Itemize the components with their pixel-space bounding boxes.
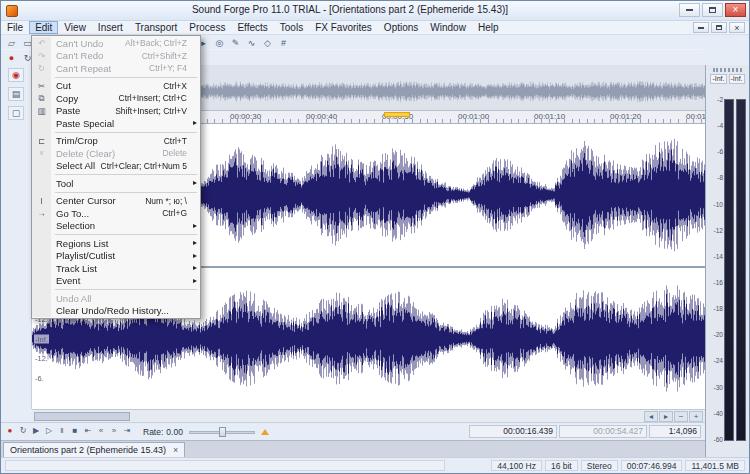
menu-item-playlist-cutlist[interactable]: Playlist/Cutlist▸: [32, 250, 200, 263]
menu-options[interactable]: Options: [378, 21, 424, 34]
tab-close-icon[interactable]: ×: [173, 446, 178, 455]
status-channel-mode[interactable]: Stereo: [581, 460, 618, 471]
menu-item-paste-special[interactable]: Paste Special▸: [32, 117, 200, 130]
close-button[interactable]: ×: [725, 3, 746, 17]
pause-button[interactable]: ‖: [56, 425, 68, 438]
peak-right-value[interactable]: -Inf.: [729, 74, 745, 84]
scroll-left-button[interactable]: ◂: [644, 411, 658, 422]
rewind-button[interactable]: «: [95, 425, 107, 438]
document-restore-button[interactable]: [711, 22, 727, 33]
pencil-tool-button[interactable]: ✎: [228, 36, 243, 49]
menu-item-delete-clear[interactable]: ×Delete (Clear)Delete: [32, 147, 200, 160]
meter-scale-label: -8: [708, 175, 723, 181]
menu-item-shortcut: Ctrl+T: [164, 136, 200, 146]
zoom-ratio-display[interactable]: 1:4,096: [649, 425, 701, 438]
menu-process[interactable]: Process: [183, 21, 231, 34]
forward-button[interactable]: »: [108, 425, 120, 438]
menu-item-label: Copy: [51, 93, 119, 104]
menu-view[interactable]: View: [58, 21, 92, 34]
menu-item-shortcut: Ctrl+Insert; Ctrl+C: [119, 93, 201, 103]
monitor-button[interactable]: ▤: [8, 87, 24, 101]
titlebar[interactable]: Sound Forge Pro 11.0 TRIAL - [Orientatio…: [1, 1, 749, 21]
menu-item-cut[interactable]: ✂CutCtrl+X: [32, 80, 200, 93]
meter-bar-left: [724, 99, 734, 441]
menu-item-icon-blank: [32, 292, 51, 305]
minimize-button[interactable]: [679, 3, 700, 17]
meter-scale-label: -14: [708, 254, 723, 260]
go-to-end-button[interactable]: ⇥: [121, 425, 133, 438]
magnify-tool-button[interactable]: ◎: [212, 36, 227, 49]
status-file-length[interactable]: 00:07:46.994: [621, 460, 683, 471]
delete-icon: ×: [32, 147, 51, 160]
meter-scale-label: -12: [708, 228, 723, 234]
menu-effects[interactable]: Effects: [231, 21, 273, 34]
menu-item-undo-all[interactable]: Undo All: [32, 292, 200, 305]
document-minimize-button[interactable]: [693, 22, 709, 33]
menu-item-go-to[interactable]: →Go To...Ctrl+G: [32, 207, 200, 220]
menu-item-select-all[interactable]: Select AllCtrl+Clear; Ctrl+Num 5: [32, 160, 200, 173]
record-button[interactable]: ●: [4, 51, 19, 64]
menu-item-selection[interactable]: Selection▸: [32, 220, 200, 233]
zoom-in-button[interactable]: +: [689, 411, 703, 422]
menu-window[interactable]: Window: [424, 21, 472, 34]
horizontal-scrollbar[interactable]: ◂▸−+: [32, 409, 705, 422]
menu-item-icon-blank: [32, 275, 51, 288]
menu-item-copy[interactable]: ⧉CopyCtrl+Insert; Ctrl+C: [32, 92, 200, 105]
zoom-out-button[interactable]: −: [674, 411, 688, 422]
status-bit-depth[interactable]: 16 bit: [545, 460, 578, 471]
menu-help[interactable]: Help: [472, 21, 505, 34]
menu-item-tool[interactable]: Tool▸: [32, 177, 200, 190]
menu-edit[interactable]: Edit: [29, 21, 58, 34]
menu-item-can-t-redo[interactable]: ↷Can't RedoCtrl+Shift+Z: [32, 50, 200, 63]
document-tab[interactable]: Orientations part 2 (Ephemeride 15.43) ×: [3, 442, 185, 457]
envelope-tool-button[interactable]: ∿: [244, 36, 259, 49]
rate-slider-thumb[interactable]: [219, 427, 226, 437]
meter-bars[interactable]: [724, 99, 746, 441]
peak-left-value[interactable]: -Inf.: [710, 74, 726, 84]
menu-file[interactable]: File: [1, 21, 29, 34]
event-tool-button[interactable]: ◇: [260, 36, 275, 49]
rate-slider[interactable]: [189, 426, 255, 438]
scroll-right-button[interactable]: ▸: [659, 411, 673, 422]
menu-item-can-t-repeat[interactable]: ↻Can't RepeatCtrl+Y; F4: [32, 62, 200, 75]
menu-tools[interactable]: Tools: [274, 21, 309, 34]
status-free-space[interactable]: 11,401.5 MB: [685, 460, 745, 471]
panel-grip-icon[interactable]: [713, 68, 742, 72]
document-close-button[interactable]: ×: [729, 22, 745, 33]
stop-button[interactable]: ■: [69, 425, 81, 438]
record-ready-button[interactable]: ◉: [8, 68, 24, 82]
meter-scale-label: -40: [708, 411, 723, 417]
record-button[interactable]: ●: [4, 425, 16, 438]
ruler-marker[interactable]: [384, 112, 410, 117]
menu-item-event[interactable]: Event▸: [32, 275, 200, 288]
menu-item-can-t-undo[interactable]: ↶Can't UndoAlt+Back; Ctrl+Z: [32, 37, 200, 50]
go-to-start-button[interactable]: ⇤: [82, 425, 94, 438]
snap-button[interactable]: #: [276, 36, 291, 49]
selection-end-display[interactable]: 00:00:54.427: [559, 425, 647, 438]
lock-button[interactable]: ▢: [8, 106, 24, 120]
loop-playback-button[interactable]: ↻: [17, 425, 29, 438]
rate-marker-icon[interactable]: [261, 429, 269, 435]
position-readouts: 00:00:16.439 00:00:54.427 1:4,096: [469, 425, 701, 438]
menu-item-label: Can't Repeat: [51, 63, 149, 74]
menu-insert[interactable]: Insert: [92, 21, 129, 34]
play-button[interactable]: ▷: [43, 425, 55, 438]
cursor-position-display[interactable]: 00:00:16.439: [469, 425, 557, 438]
meter-scale-label: -4: [708, 123, 723, 129]
cut-icon: ✂: [32, 80, 51, 93]
menu-transport[interactable]: Transport: [129, 21, 183, 34]
status-sample-rate[interactable]: 44,100 Hz: [491, 460, 542, 471]
menu-item-shortcut: Ctrl+X: [163, 81, 200, 91]
menu-item-clear-undo-redo-history[interactable]: Clear Undo/Redo History...: [32, 305, 200, 318]
menu-item-track-list[interactable]: Track List▸: [32, 262, 200, 275]
scrollbar-thumb[interactable]: [34, 412, 130, 421]
menu-item-icon-blank: [32, 305, 51, 318]
maximize-button[interactable]: [702, 3, 723, 17]
menu-item-center-cursor[interactable]: ICenter CursorNum *; ю; \: [32, 195, 200, 208]
new-file-button[interactable]: ▱: [4, 36, 19, 49]
menu-fx-favorites[interactable]: FX Favorites: [309, 21, 378, 34]
menu-item-paste[interactable]: ▥PasteShift+Insert; Ctrl+V: [32, 105, 200, 118]
menu-item-regions-list[interactable]: Regions List▸: [32, 237, 200, 250]
play-all-button[interactable]: ▶: [30, 425, 42, 438]
menu-item-trim-crop[interactable]: ⊏Trim/CropCtrl+T: [32, 135, 200, 148]
